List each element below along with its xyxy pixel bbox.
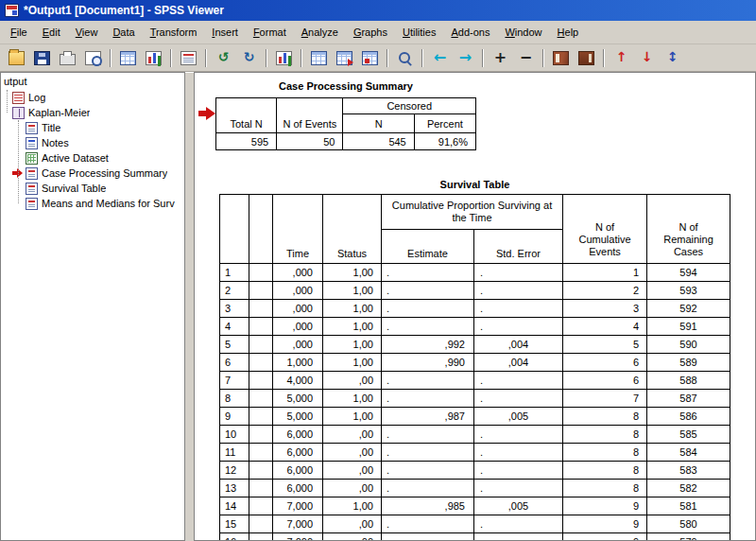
cell-remaining: 582 (647, 480, 730, 497)
pane-splitter[interactable] (185, 72, 194, 541)
cell-events: 3 (563, 300, 647, 318)
cell-status: 1,00 (323, 264, 382, 282)
outline-item-title[interactable]: Title (1, 120, 184, 135)
cell-time: ,000 (273, 264, 323, 282)
menu-format[interactable]: Format (246, 23, 294, 42)
menu-utilities[interactable]: Utilities (395, 23, 443, 42)
cell-events: 2 (563, 282, 647, 300)
cell-time: ,000 (273, 336, 323, 354)
move-up-button[interactable] (661, 47, 684, 69)
toolbar-separator (482, 49, 484, 67)
cell-estimate: . (382, 444, 474, 462)
outline-item-active-dataset[interactable]: Active Dataset (1, 150, 184, 166)
menu-analyze[interactable]: Analyze (294, 23, 346, 42)
outline-item-output-root[interactable]: utput (1, 73, 184, 90)
menu-help[interactable]: Help (550, 23, 587, 42)
toolbar-separator (387, 49, 388, 67)
cell-status: 1,00 (323, 497, 382, 515)
outline-item-label: Notes (42, 137, 69, 148)
cell-std_error: . (474, 444, 563, 462)
variables-button[interactable] (358, 47, 382, 69)
window-title: *Output1 [Document1] - SPSS Viewer (24, 4, 224, 17)
navigate-forward-button[interactable] (454, 47, 477, 69)
title-bar[interactable]: *Output1 [Document1] - SPSS Viewer (0, 0, 756, 21)
cell-std_error: ,005 (474, 497, 563, 515)
cell-blank (249, 372, 273, 390)
menu-file[interactable]: File (3, 23, 35, 42)
outline-item-survival-table[interactable]: Survival Table (1, 181, 184, 196)
current-output-arrow-icon (198, 107, 215, 120)
cell-index: 8 (220, 390, 249, 408)
col-header-censored-n: N (343, 114, 414, 133)
outline-item-notes[interactable]: Notes (1, 135, 184, 150)
toolbar-separator (301, 49, 302, 67)
cell-events: 6 (563, 372, 647, 390)
survival-table-row: 3,0001,00..3592 (220, 300, 730, 318)
insert-chart-button[interactable] (142, 47, 165, 69)
show-output-button[interactable] (549, 47, 573, 69)
menu-graphs[interactable]: Graphs (346, 23, 395, 42)
case-processing-summary-table[interactable]: Total N N of Events Censored N Percent 5… (215, 97, 476, 150)
collapse-outline-icon (518, 51, 534, 65)
menu-edit[interactable]: Edit (35, 23, 68, 42)
menu-insert[interactable]: Insert (204, 23, 246, 42)
cell-remaining: 591 (647, 318, 730, 336)
dialog-recall-button[interactable] (307, 47, 331, 69)
outline-item-log[interactable]: Log (1, 90, 184, 105)
menu-window[interactable]: Window (497, 23, 549, 42)
open-button[interactable] (5, 47, 28, 69)
demote-button[interactable] (635, 47, 659, 69)
menu-transform[interactable]: Transform (143, 23, 205, 42)
cell-events: 8 (563, 462, 647, 480)
outline-item-label: Active Dataset (42, 152, 109, 164)
goto-case-button[interactable] (333, 47, 356, 69)
print-icon (60, 54, 76, 65)
goto-data-button[interactable] (116, 47, 140, 69)
cell-status: ,00 (323, 533, 382, 541)
open-icon (9, 51, 25, 65)
outline-item-means-and-medians-for-surv[interactable]: Means and Medians for Surv (1, 196, 184, 211)
undo-button[interactable] (212, 47, 235, 69)
cell-blank (249, 264, 273, 282)
tree-connector-line (18, 120, 19, 203)
cell-index: 5 (220, 336, 249, 354)
outline-tree: LogKaplan-MeierTitleNotesActive DatasetC… (1, 90, 184, 211)
collapse-outline-button[interactable] (514, 47, 538, 69)
cell-estimate: . (382, 515, 474, 533)
tree-connector-line (7, 90, 8, 113)
survival-table[interactable]: Time Status Cumulative Proportion Surviv… (219, 194, 730, 541)
cell-remaining: 590 (647, 336, 730, 354)
outline-item-label: Means and Medians for Surv (42, 198, 175, 209)
promote-button[interactable] (610, 47, 633, 69)
navigate-forward-icon (457, 51, 473, 65)
print-button[interactable] (56, 47, 79, 69)
col-header-censored-percent: Percent (414, 114, 475, 133)
insert-chart-icon (146, 51, 162, 65)
cell-remaining: 583 (647, 462, 730, 480)
cell-events: 9 (563, 515, 647, 533)
dataset-icon (26, 152, 38, 165)
cell-estimate: ,990 (382, 354, 474, 372)
export-icon (180, 51, 197, 65)
menu-view[interactable]: View (68, 23, 106, 42)
cell-estimate: . (382, 264, 474, 282)
redo-button[interactable] (237, 47, 261, 69)
menu-add-ons[interactable]: Add-ons (443, 23, 497, 42)
find-button[interactable] (393, 47, 417, 69)
save-button[interactable] (30, 47, 54, 69)
hide-output-button[interactable] (575, 47, 598, 69)
menu-data[interactable]: Data (105, 23, 142, 42)
cell-status: 1,00 (323, 318, 382, 336)
export-button[interactable] (177, 47, 200, 69)
expand-outline-button[interactable] (489, 47, 512, 69)
goto-chart-button[interactable] (272, 47, 296, 69)
outline-item-kaplan-meier[interactable]: Kaplan-Meier (1, 105, 184, 120)
survival-table-row: 85,0001,00..7587 (220, 390, 730, 408)
expand-outline-icon (492, 51, 508, 65)
cell-remaining: 579 (647, 533, 730, 541)
navigate-back-button[interactable] (428, 47, 452, 69)
app-icon (5, 4, 19, 17)
print-preview-button[interactable] (81, 47, 105, 69)
cell-blank (249, 318, 273, 336)
outline-item-case-processing-summary[interactable]: Case Processing Summary (1, 166, 184, 181)
